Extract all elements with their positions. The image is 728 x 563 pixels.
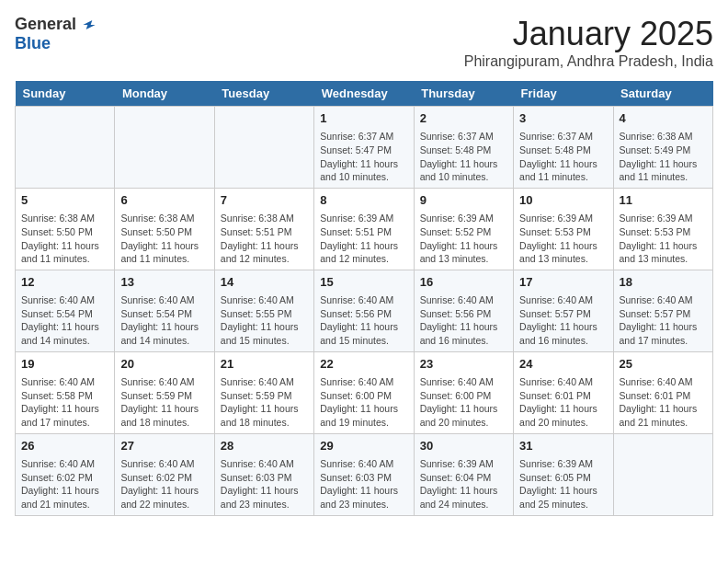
calendar-cell: 21Sunrise: 6:40 AMSunset: 5:59 PMDayligh…: [214, 351, 313, 433]
logo: General Blue: [15, 15, 98, 53]
day-number: 26: [21, 438, 108, 454]
day-info: Sunrise: 6:39 AMSunset: 5:53 PMDaylight:…: [519, 212, 607, 266]
calendar-cell: 25Sunrise: 6:40 AMSunset: 6:01 PMDayligh…: [613, 351, 712, 433]
calendar-cell: 6Sunrise: 6:38 AMSunset: 5:50 PMDaylight…: [115, 188, 214, 270]
day-info: Sunrise: 6:40 AMSunset: 5:56 PMDaylight:…: [420, 293, 507, 348]
calendar-table: SundayMondayTuesdayWednesdayThursdayFrid…: [15, 81, 713, 516]
calendar-cell: 16Sunrise: 6:40 AMSunset: 5:56 PMDayligh…: [414, 270, 513, 351]
day-number: 5: [21, 192, 108, 209]
day-number: 13: [120, 274, 208, 291]
day-info: Sunrise: 6:40 AMSunset: 5:55 PMDaylight:…: [221, 293, 308, 348]
calendar-cell: 27Sunrise: 6:40 AMSunset: 6:02 PMDayligh…: [115, 433, 214, 515]
day-number: 3: [519, 110, 607, 127]
day-info: Sunrise: 6:39 AMSunset: 5:51 PMDaylight:…: [320, 212, 407, 266]
day-number: 15: [320, 274, 407, 291]
day-info: Sunrise: 6:40 AMSunset: 5:57 PMDaylight:…: [620, 293, 707, 348]
calendar-cell: 4Sunrise: 6:38 AMSunset: 5:49 PMDaylight…: [613, 107, 712, 189]
day-info: Sunrise: 6:40 AMSunset: 5:54 PMDaylight:…: [21, 293, 108, 348]
day-info: Sunrise: 6:40 AMSunset: 5:59 PMDaylight:…: [221, 375, 308, 430]
day-info: Sunrise: 6:40 AMSunset: 6:03 PMDaylight:…: [221, 457, 308, 511]
day-number: 9: [420, 192, 507, 209]
calendar-cell: 19Sunrise: 6:40 AMSunset: 5:58 PMDayligh…: [16, 351, 115, 433]
calendar-cell: 13Sunrise: 6:40 AMSunset: 5:54 PMDayligh…: [115, 270, 214, 351]
calendar-week-row: 12Sunrise: 6:40 AMSunset: 5:54 PMDayligh…: [16, 270, 713, 351]
day-info: Sunrise: 6:39 AMSunset: 6:04 PMDaylight:…: [420, 457, 507, 511]
day-info: Sunrise: 6:37 AMSunset: 5:47 PMDaylight:…: [320, 130, 407, 184]
day-info: Sunrise: 6:40 AMSunset: 5:57 PMDaylight:…: [519, 293, 607, 348]
calendar-cell: 2Sunrise: 6:37 AMSunset: 5:48 PMDaylight…: [414, 107, 513, 189]
day-info: Sunrise: 6:40 AMSunset: 6:01 PMDaylight:…: [620, 375, 707, 430]
calendar-cell: 26Sunrise: 6:40 AMSunset: 6:02 PMDayligh…: [16, 433, 115, 515]
day-info: Sunrise: 6:40 AMSunset: 5:58 PMDaylight:…: [21, 375, 108, 430]
day-of-week-header: Saturday: [613, 81, 712, 107]
day-of-week-header: Wednesday: [314, 81, 414, 107]
calendar-cell: 3Sunrise: 6:37 AMSunset: 5:48 PMDaylight…: [514, 107, 613, 189]
title-block: January 2025 Phirangipuram, Andhra Prade…: [464, 15, 713, 70]
day-info: Sunrise: 6:40 AMSunset: 5:54 PMDaylight:…: [120, 293, 208, 348]
calendar-cell: [115, 107, 214, 189]
day-info: Sunrise: 6:40 AMSunset: 6:00 PMDaylight:…: [320, 375, 407, 430]
calendar-week-row: 19Sunrise: 6:40 AMSunset: 5:58 PMDayligh…: [16, 351, 713, 433]
day-of-week-header: Thursday: [414, 81, 513, 107]
calendar-cell: [214, 107, 313, 189]
calendar-cell: 18Sunrise: 6:40 AMSunset: 5:57 PMDayligh…: [613, 270, 712, 351]
day-number: 24: [519, 356, 607, 373]
page-header: General Blue January 2025 Phirangipuram,…: [15, 15, 713, 70]
day-number: 16: [420, 274, 507, 291]
day-number: 25: [620, 356, 707, 373]
calendar-cell: 29Sunrise: 6:40 AMSunset: 6:03 PMDayligh…: [314, 433, 414, 515]
day-info: Sunrise: 6:37 AMSunset: 5:48 PMDaylight:…: [420, 130, 507, 184]
day-number: 17: [519, 274, 607, 291]
day-number: 22: [320, 356, 407, 373]
calendar-cell: 31Sunrise: 6:39 AMSunset: 6:05 PMDayligh…: [514, 433, 613, 515]
calendar-week-row: 26Sunrise: 6:40 AMSunset: 6:02 PMDayligh…: [16, 433, 713, 515]
day-info: Sunrise: 6:40 AMSunset: 6:02 PMDaylight:…: [21, 457, 108, 511]
calendar-cell: 7Sunrise: 6:38 AMSunset: 5:51 PMDaylight…: [214, 188, 313, 270]
day-number: 28: [221, 438, 308, 454]
day-info: Sunrise: 6:40 AMSunset: 5:59 PMDaylight:…: [120, 375, 208, 430]
day-info: Sunrise: 6:39 AMSunset: 5:53 PMDaylight:…: [620, 212, 707, 266]
day-info: Sunrise: 6:38 AMSunset: 5:50 PMDaylight:…: [21, 212, 108, 266]
calendar-cell: 8Sunrise: 6:39 AMSunset: 5:51 PMDaylight…: [314, 188, 414, 270]
day-of-week-header: Monday: [115, 81, 214, 107]
calendar-cell: 20Sunrise: 6:40 AMSunset: 5:59 PMDayligh…: [115, 351, 214, 433]
calendar-cell: 5Sunrise: 6:38 AMSunset: 5:50 PMDaylight…: [16, 188, 115, 270]
day-info: Sunrise: 6:40 AMSunset: 6:02 PMDaylight:…: [120, 457, 208, 511]
calendar-cell: 12Sunrise: 6:40 AMSunset: 5:54 PMDayligh…: [16, 270, 115, 351]
day-info: Sunrise: 6:40 AMSunset: 6:00 PMDaylight:…: [420, 375, 507, 430]
calendar-week-row: 5Sunrise: 6:38 AMSunset: 5:50 PMDaylight…: [16, 188, 713, 270]
calendar-cell: [16, 107, 115, 189]
day-number: 29: [320, 438, 407, 454]
day-info: Sunrise: 6:38 AMSunset: 5:49 PMDaylight:…: [620, 130, 707, 184]
day-info: Sunrise: 6:38 AMSunset: 5:50 PMDaylight:…: [120, 212, 208, 266]
day-number: 27: [120, 438, 208, 454]
calendar-cell: [613, 433, 712, 515]
calendar-cell: 24Sunrise: 6:40 AMSunset: 6:01 PMDayligh…: [514, 351, 613, 433]
calendar-header: SundayMondayTuesdayWednesdayThursdayFrid…: [16, 81, 713, 107]
day-number: 20: [120, 356, 208, 373]
day-info: Sunrise: 6:38 AMSunset: 5:51 PMDaylight:…: [221, 212, 308, 266]
calendar-cell: 15Sunrise: 6:40 AMSunset: 5:56 PMDayligh…: [314, 270, 414, 351]
calendar-cell: 1Sunrise: 6:37 AMSunset: 5:47 PMDaylight…: [314, 107, 414, 189]
month-title: January 2025: [464, 15, 713, 53]
day-number: 1: [320, 110, 407, 127]
logo-general-text: General: [15, 15, 76, 34]
calendar-cell: 10Sunrise: 6:39 AMSunset: 5:53 PMDayligh…: [514, 188, 613, 270]
day-info: Sunrise: 6:37 AMSunset: 5:48 PMDaylight:…: [519, 130, 607, 184]
calendar-cell: 30Sunrise: 6:39 AMSunset: 6:04 PMDayligh…: [414, 433, 513, 515]
calendar-cell: 11Sunrise: 6:39 AMSunset: 5:53 PMDayligh…: [613, 188, 712, 270]
calendar-cell: 9Sunrise: 6:39 AMSunset: 5:52 PMDaylight…: [414, 188, 513, 270]
calendar-cell: 14Sunrise: 6:40 AMSunset: 5:55 PMDayligh…: [214, 270, 313, 351]
day-info: Sunrise: 6:39 AMSunset: 6:05 PMDaylight:…: [519, 457, 607, 511]
day-number: 2: [420, 110, 507, 127]
day-info: Sunrise: 6:40 AMSunset: 5:56 PMDaylight:…: [320, 293, 407, 348]
day-number: 8: [320, 192, 407, 209]
day-number: 11: [620, 192, 707, 209]
day-info: Sunrise: 6:39 AMSunset: 5:52 PMDaylight:…: [420, 212, 507, 266]
calendar-week-row: 1Sunrise: 6:37 AMSunset: 5:47 PMDaylight…: [16, 107, 713, 189]
calendar-cell: 17Sunrise: 6:40 AMSunset: 5:57 PMDayligh…: [514, 270, 613, 351]
day-number: 14: [221, 274, 308, 291]
day-number: 6: [120, 192, 208, 209]
day-number: 31: [519, 438, 607, 454]
calendar-cell: 23Sunrise: 6:40 AMSunset: 6:00 PMDayligh…: [414, 351, 513, 433]
